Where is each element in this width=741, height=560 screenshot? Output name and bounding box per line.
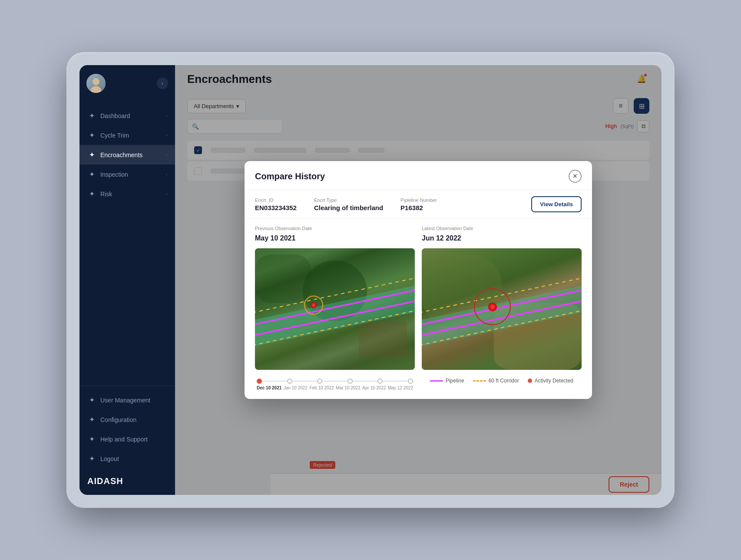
modal-meta: Encrt. ID EN033234352 Encrt Type Clearin… <box>245 190 592 219</box>
pipeline-number-field: Pipleline Number P16382 <box>400 198 437 211</box>
chevron-right-icon: › <box>166 133 167 138</box>
timeline-line <box>322 381 347 382</box>
compare-history-modal: Compare History × Encrt. ID EN033234352 … <box>245 161 592 399</box>
sidebar-item-configuration[interactable]: ✦ Configuration <box>79 410 175 429</box>
sidebar-item-cycle-trim[interactable]: ✦ Cycle Trim › <box>79 125 175 145</box>
sidebar-item-dashboard[interactable]: ✦ Dashboard › <box>79 106 175 125</box>
timeline-dot-4[interactable] <box>377 379 383 384</box>
timeline-dot-3[interactable] <box>347 379 353 384</box>
inspection-icon: ✦ <box>87 170 96 178</box>
encrt-type-label: Encrt Type <box>314 198 383 203</box>
dashboard-icon: ✦ <box>87 112 96 120</box>
sidebar-item-encroachments[interactable]: ✦ Encroachments › <box>79 145 175 165</box>
sidebar-bottom: ✦ User Management ✦ Configuration ✦ Help… <box>79 385 175 495</box>
legend-row: Pipeline 60 ft Corridor Activity Detecte… <box>422 378 582 384</box>
activity-marker-latest <box>473 287 512 326</box>
timeline-labels: Dec 10 2021 Jan 10 2022 Feb 10 2022 Mar … <box>255 385 415 390</box>
legend-pipeline-line <box>430 380 443 382</box>
sidebar-item-label: Encroachments <box>100 152 162 158</box>
encrt-type-field: Encrt Type Clearing of timberland <box>314 198 383 211</box>
legend-corridor-line <box>473 380 486 382</box>
user-management-icon: ✦ <box>87 396 96 404</box>
sidebar-item-help-support[interactable]: ✦ Help and Support <box>79 429 175 449</box>
modal-title: Compare History <box>255 171 325 181</box>
timeline-dot-0[interactable] <box>257 379 262 384</box>
previous-map <box>255 248 415 370</box>
timeline-date-4: Apr 10 2022 <box>362 385 386 390</box>
sidebar-item-label: Risk <box>100 191 162 198</box>
map-bg-previous <box>255 248 415 370</box>
map-bg-latest <box>422 248 582 370</box>
legend-pipeline: Pipeline <box>430 378 464 384</box>
timeline-date-0: Dec 10 2021 <box>257 385 281 390</box>
encrt-id-label: Encrt. ID <box>255 198 297 203</box>
risk-icon: ✦ <box>87 190 96 198</box>
legend-activity: Activity Detected <box>528 378 573 384</box>
timeline-date-5: May 12 2022 <box>388 385 413 390</box>
help-icon: ✦ <box>87 435 96 443</box>
activity-marker-previous <box>303 294 324 316</box>
encrt-id-field: Encrt. ID EN033234352 <box>255 198 297 211</box>
sidebar-item-inspection[interactable]: ✦ Inspection › <box>79 165 175 184</box>
timeline-date-1: Jan 10 2022 <box>284 385 308 390</box>
sidebar-item-label: Logout <box>100 455 167 462</box>
pipeline-number-value: P16382 <box>400 204 437 211</box>
timeline-dot-1[interactable] <box>287 379 292 384</box>
timeline-line <box>262 381 287 382</box>
previous-observation-col: Previous Observation Date May 10 2021 <box>255 226 415 390</box>
timeline-line <box>383 381 408 382</box>
legend-pipeline-label: Pipeline <box>446 378 464 384</box>
chevron-right-icon: › <box>166 172 167 177</box>
activity-dot-large <box>488 303 497 311</box>
previous-obs-date: May 10 2021 <box>255 234 415 242</box>
timeline-line <box>292 381 318 382</box>
encrt-id-value: EN033234352 <box>255 204 297 211</box>
legend-activity-label: Activity Detected <box>535 378 573 384</box>
aidash-logo: AIDASH <box>79 468 175 486</box>
view-details-button[interactable]: View Details <box>531 196 582 212</box>
sidebar-item-label: Cycle Trim <box>100 132 162 139</box>
avatar-image <box>86 74 106 93</box>
avatar-head <box>93 78 99 85</box>
timeline-dot-5[interactable] <box>408 379 413 384</box>
sidebar-item-label: User Management <box>100 397 167 404</box>
legend-corridor: 60 ft Corridor <box>473 378 519 384</box>
compare-grid: Previous Observation Date May 10 2021 <box>255 226 582 390</box>
chevron-right-icon: › <box>166 152 167 157</box>
timeline-dot-2[interactable] <box>317 379 322 384</box>
main-content: Encroachments 🔔 All Departments ▾ ≡ <box>175 65 662 495</box>
legend-activity-dot <box>528 379 532 383</box>
sidebar-item-label: Configuration <box>100 416 167 423</box>
sidebar-nav: ✦ Dashboard › ✦ Cycle Trim › ✦ Encroachm… <box>79 97 175 385</box>
latest-obs-date: Jun 12 2022 <box>422 234 582 242</box>
pipeline-number-label: Pipleline Number <box>400 198 437 203</box>
timeline-track <box>255 379 415 384</box>
chevron-right-icon: › <box>166 113 167 118</box>
sidebar-item-user-management[interactable]: ✦ User Management <box>79 390 175 410</box>
previous-obs-label: Previous Observation Date <box>255 226 415 231</box>
timeline-row: Dec 10 2021 Jan 10 2022 Feb 10 2022 Mar … <box>255 379 415 390</box>
encrt-type-value: Clearing of timberland <box>314 204 383 211</box>
collapse-sidebar-button[interactable]: ‹ <box>157 78 168 89</box>
avatar-figure <box>90 76 102 93</box>
latest-obs-label: Latest Observation Date <box>422 226 582 231</box>
modal-close-button[interactable]: × <box>569 170 582 183</box>
encroachments-icon: ✦ <box>87 151 96 159</box>
legend-corridor-label: 60 ft Corridor <box>489 378 519 384</box>
sidebar-item-label: Inspection <box>100 171 162 178</box>
configuration-icon: ✦ <box>87 415 96 424</box>
timeline-date-3: Mar 10 2022 <box>336 385 360 390</box>
sidebar-item-label: Dashboard <box>100 112 162 119</box>
latest-map <box>422 248 582 370</box>
modal-overlay: Compare History × Encrt. ID EN033234352 … <box>175 65 662 495</box>
sidebar-item-risk[interactable]: ✦ Risk › <box>79 184 175 204</box>
modal-header: Compare History × <box>245 161 592 190</box>
device-frame: ‹ ✦ Dashboard › ✦ Cycle Trim › ✦ Encroac… <box>66 52 675 508</box>
chevron-right-icon: › <box>166 191 167 196</box>
sidebar: ‹ ✦ Dashboard › ✦ Cycle Trim › ✦ Encroac… <box>79 65 175 495</box>
sidebar-item-logout[interactable]: ✦ Logout <box>79 449 175 468</box>
sidebar-item-label: Help and Support <box>100 436 167 443</box>
modal-body: Previous Observation Date May 10 2021 <box>245 219 592 399</box>
timeline-date-2: Feb 10 2022 <box>310 385 334 390</box>
cycle-trim-icon: ✦ <box>87 131 96 139</box>
